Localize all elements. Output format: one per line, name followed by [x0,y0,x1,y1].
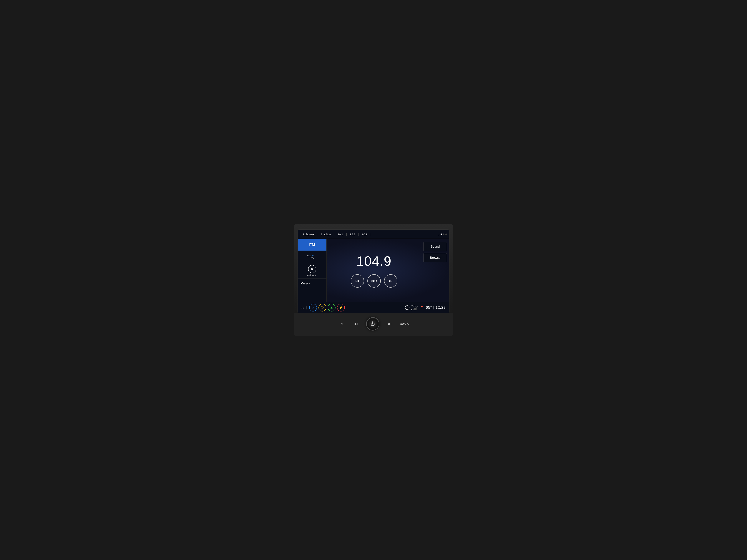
carrier-signal-indicator: 1 [405,305,409,310]
onstar-icon: ⚡ [339,306,343,309]
svg-text:XM: XM [312,255,314,257]
svg-text:Sirius: Sirius [307,255,311,257]
nav-sep-5: | [370,233,372,236]
physical-back-button[interactable]: BACK [400,322,409,325]
center-content: 104.9 ⏮ Tune ⏭ [327,239,421,302]
siriusxm-button[interactable]: Sirius XM [298,251,327,263]
signal-bar-4 [415,308,416,310]
navigation-icon: ▲ [330,305,333,310]
nav-sep-4: | [358,233,360,236]
more-chevron-icon: › [309,282,310,285]
power-icon: ⏻ [370,321,375,326]
nav-item-901[interactable]: 90.1 [335,230,345,239]
home-icon[interactable]: ⌂ [301,305,304,310]
nav-item-rdhouse[interactable]: Rdhouse [300,230,316,239]
svg-marker-2 [311,268,313,270]
physical-prev-icon: ⏮ [354,321,358,326]
more-button[interactable]: More › [298,279,327,288]
car-surround: Rdhouse | Staplton | 90.1 | 95.3 | 96.9 … [294,224,453,313]
nav-dot-2 [443,234,444,235]
physical-power-button[interactable]: ⏻ [366,317,380,330]
temperature: 65° [426,305,432,310]
more-label: More [301,282,308,285]
tune-button[interactable]: Tune [367,274,381,288]
status-bar: ⌂ | ♪ ✆ ▲ ⚡ 1 4G LTE [298,302,449,313]
onstar-shortcut-button[interactable]: ⚡ [337,304,345,312]
nav-dot-3 [445,234,447,235]
cast-source-label: Madison's... [307,274,317,276]
temperature-time-display: 65° | 12:22 [426,305,446,310]
nav-dot-1 [441,234,442,235]
signal-bar-5 [416,307,417,310]
playback-controls: ⏮ Tune ⏭ [351,274,397,288]
phone-icon: ✆ [321,305,324,310]
clock-time: 12:22 [436,305,446,310]
forward-button[interactable]: ⏭ [384,274,397,288]
browse-button[interactable]: Browse [423,253,447,262]
back-label: BACK [400,322,409,325]
location-pin-icon: 📍 [420,305,424,310]
sound-button[interactable]: Sound [423,242,447,251]
top-nav-bar: Rdhouse | Staplton | 90.1 | 95.3 | 96.9 … [298,230,449,239]
rewind-icon: ⏮ [355,278,359,283]
status-separator-1: | [306,305,307,310]
left-sidebar: FM Sirius XM [298,239,327,302]
physical-next-icon: ⏭ [388,321,392,326]
nav-forward-arrow[interactable]: › [438,232,439,237]
signal-bar-1 [411,309,412,310]
physical-home-button[interactable]: ⌂ [338,320,345,328]
infotainment-screen: Rdhouse | Staplton | 90.1 | 95.3 | 96.9 … [298,230,449,313]
physical-home-icon: ⌂ [340,321,343,326]
casting-source-button[interactable]: Madison's... [298,263,327,279]
signal-bar-2 [413,309,413,310]
time-separator: | [433,305,436,310]
rewind-button[interactable]: ⏮ [351,274,364,288]
physical-prev-button[interactable]: ⏮ [351,320,361,328]
right-sidebar: Sound Browse [421,239,449,302]
lte-signal-group: 4G LTE [411,305,418,310]
nav-page-dots [441,234,447,235]
main-content: FM Sirius XM [298,239,449,302]
nav-item-969[interactable]: 96.9 [359,230,370,239]
physical-next-button[interactable]: ⏭ [385,320,394,328]
navigation-shortcut-button[interactable]: ▲ [328,304,336,312]
physical-controls: ⌂ ⏮ ⏻ ⏭ BACK [294,313,453,336]
forward-icon: ⏭ [389,278,393,283]
nav-sep-2: | [334,233,335,236]
cast-play-icon [308,265,316,273]
signal-bars [411,307,417,310]
frequency-display: 104.9 [356,254,391,269]
nav-sep-3: | [346,233,347,236]
phone-shortcut-button[interactable]: ✆ [318,304,326,312]
signal-bar-3 [414,308,415,310]
nav-item-staplton[interactable]: Staplton [318,230,334,239]
fm-button[interactable]: FM [298,239,327,251]
nav-item-953[interactable]: 95.3 [347,230,358,239]
lte-label: 4G LTE [411,305,418,307]
music-shortcut-button[interactable]: ♪ [309,304,317,312]
carrier-number: 1 [407,306,408,309]
music-note-icon: ♪ [312,305,314,310]
nav-sep-1: | [316,233,318,236]
tune-label: Tune [371,279,377,283]
status-info-right: 1 4G LTE 📍 65° | 12:22 [405,305,446,310]
